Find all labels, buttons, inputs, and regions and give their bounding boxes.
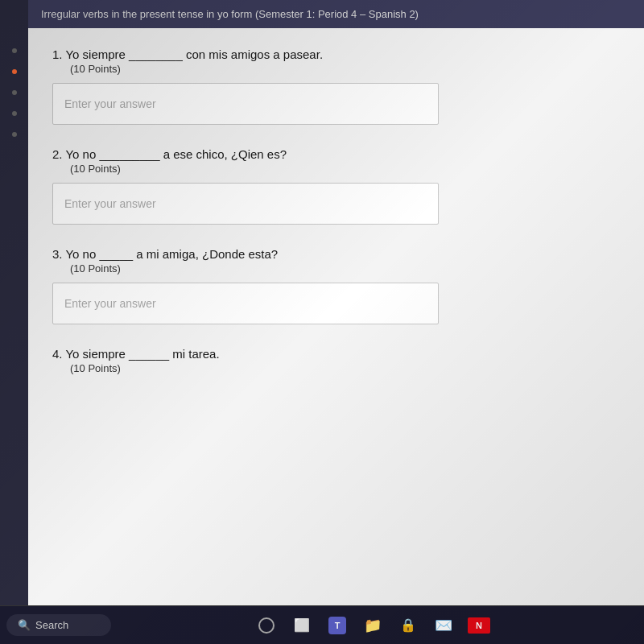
sidebar-dot-2 xyxy=(12,69,17,74)
question-1-placeholder: Enter your answer xyxy=(64,97,156,110)
teams-button[interactable]: T xyxy=(324,613,350,638)
question-2-text: 2. Yo no _________ a ese chico, ¿Qien es… xyxy=(52,147,620,161)
page-header: Irregular verbs in the present tense in … xyxy=(28,0,644,28)
netflix-button[interactable]: N xyxy=(466,613,492,638)
lock-button[interactable]: 🔒 xyxy=(395,613,421,638)
form-content: 1. Yo siempre ________ con mis amigos a … xyxy=(28,28,644,601)
question-3-text: 3. Yo no _____ a mi amiga, ¿Donde esta? xyxy=(52,247,620,261)
netflix-icon: N xyxy=(468,617,490,634)
search-icon: 🔍 xyxy=(18,619,31,631)
folder-icon: 📁 xyxy=(364,617,382,634)
sidebar xyxy=(0,0,28,644)
sidebar-dot-4 xyxy=(12,111,17,116)
question-1-text: 1. Yo siempre ________ con mis amigos a … xyxy=(52,47,620,61)
taskbar-center: ⬜ T 📁 🔒 ✉️ N xyxy=(111,613,634,638)
question-3-input[interactable]: Enter your answer xyxy=(52,283,439,324)
task-view-button[interactable]: ⬜ xyxy=(289,613,315,638)
task-view-icon: ⬜ xyxy=(294,617,310,633)
screen: Irregular verbs in the present tense in … xyxy=(0,0,644,644)
question-4-text: 4. Yo siempre ______ mi tarea. xyxy=(52,347,620,361)
mail-button[interactable]: ✉️ xyxy=(431,613,456,638)
screen-content: Irregular verbs in the present tense in … xyxy=(28,0,644,605)
sidebar-dot-3 xyxy=(12,90,17,95)
question-2-input[interactable]: Enter your answer xyxy=(52,183,439,225)
question-1-points: (10 Points) xyxy=(70,63,620,75)
page-title: Irregular verbs in the present tense in … xyxy=(41,8,419,20)
question-2-points: (10 Points) xyxy=(70,163,620,175)
question-3-points: (10 Points) xyxy=(70,262,620,275)
question-block-4: 4. Yo siempre ______ mi tarea. (10 Point… xyxy=(52,347,620,374)
question-block-2: 2. Yo no _________ a ese chico, ¿Qien es… xyxy=(52,147,620,225)
windows-button[interactable] xyxy=(254,613,279,638)
mail-icon: ✉️ xyxy=(435,617,452,634)
taskbar: 🔍 Search ⬜ T 📁 🔒 xyxy=(0,605,644,644)
sidebar-dot-1 xyxy=(12,48,17,53)
windows-circle-icon xyxy=(258,617,275,634)
question-4-points: (10 Points) xyxy=(70,362,620,374)
question-block-1: 1. Yo siempre ________ con mis amigos a … xyxy=(52,47,620,125)
taskbar-search[interactable]: 🔍 Search xyxy=(6,614,111,636)
question-3-placeholder: Enter your answer xyxy=(64,297,156,310)
taskbar-search-label: Search xyxy=(35,619,68,631)
question-1-input[interactable]: Enter your answer xyxy=(52,83,439,125)
teams-icon: T xyxy=(328,617,346,634)
lock-icon: 🔒 xyxy=(400,617,416,633)
folder-button[interactable]: 📁 xyxy=(360,613,386,638)
sidebar-dot-5 xyxy=(12,132,17,137)
question-block-3: 3. Yo no _____ a mi amiga, ¿Donde esta? … xyxy=(52,247,620,324)
question-2-placeholder: Enter your answer xyxy=(64,197,156,210)
